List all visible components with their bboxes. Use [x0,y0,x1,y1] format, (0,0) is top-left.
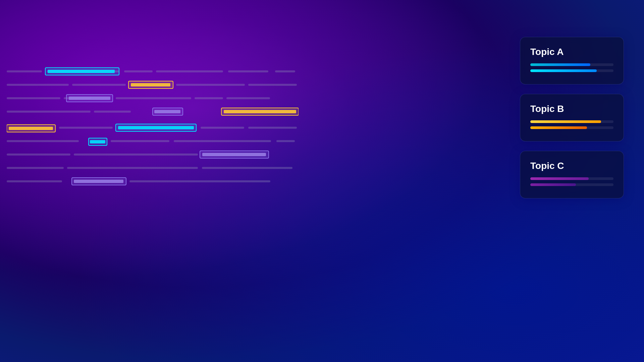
svg-rect-19 [195,97,223,99]
topic-b-card: Topic B [520,94,624,141]
svg-rect-21 [7,111,91,113]
svg-rect-3 [48,70,115,73]
svg-rect-38 [174,140,271,142]
topic-b-bar-1-track [530,120,613,123]
topic-c-bar-1-fill [530,177,589,180]
visualization-area [7,67,299,275]
svg-rect-22 [94,111,131,113]
svg-rect-47 [7,180,62,182]
svg-rect-7 [275,70,295,72]
svg-rect-6 [228,70,268,72]
svg-rect-11 [131,83,170,86]
topic-a-bar-1-fill [530,63,590,66]
topic-c-title: Topic C [530,161,613,171]
svg-rect-29 [59,127,113,129]
svg-rect-49 [74,180,123,183]
svg-rect-36 [90,140,105,143]
topic-b-bar-2 [530,126,613,129]
svg-rect-4 [124,70,153,72]
topic-c-card: Topic C [520,151,624,198]
svg-rect-20 [226,97,270,99]
svg-rect-13 [248,84,297,86]
cards-area: Topic A Topic B Topic C [520,37,624,198]
topic-c-bar-2-track [530,183,613,186]
topic-c-bar-1 [530,177,613,180]
svg-rect-8 [7,84,69,86]
topic-b-bar-1-fill [530,120,601,123]
svg-rect-41 [74,154,198,156]
svg-rect-44 [7,167,64,169]
lines-visualization [7,67,299,275]
svg-rect-31 [118,126,194,129]
svg-rect-46 [202,167,292,169]
svg-rect-9 [72,84,126,86]
svg-rect-40 [7,154,70,156]
svg-rect-14 [7,97,60,99]
topic-a-card: Topic A [520,37,624,84]
svg-rect-45 [67,167,198,169]
topic-a-title: Topic A [530,47,613,57]
topic-a-bar-2 [530,69,613,72]
topic-b-bar-2-fill [530,126,587,129]
topic-a-bar-1-track [530,63,613,66]
svg-rect-37 [111,140,169,142]
svg-rect-50 [129,180,270,182]
topic-b-bar-2-track [530,126,613,129]
svg-rect-12 [176,84,245,86]
topic-b-bar-1 [530,120,613,123]
svg-rect-32 [201,127,244,129]
topic-c-bar-2 [530,183,613,186]
svg-rect-24 [154,110,180,113]
topic-a-bar-2-track [530,69,613,72]
topic-b-title: Topic B [530,104,613,114]
svg-rect-18 [116,97,191,99]
topic-a-bar-2-fill [530,69,597,72]
svg-rect-0 [7,70,42,72]
svg-rect-43 [202,153,266,156]
svg-rect-39 [276,140,295,142]
svg-rect-17 [69,97,110,100]
svg-rect-5 [156,70,223,72]
svg-rect-28 [9,127,53,130]
topic-c-bar-1-track [530,177,613,180]
topic-a-bar-1 [530,63,613,66]
topic-c-bar-2-fill [530,183,576,186]
svg-rect-33 [248,127,297,129]
svg-rect-26 [224,110,296,113]
svg-rect-34 [7,140,79,142]
